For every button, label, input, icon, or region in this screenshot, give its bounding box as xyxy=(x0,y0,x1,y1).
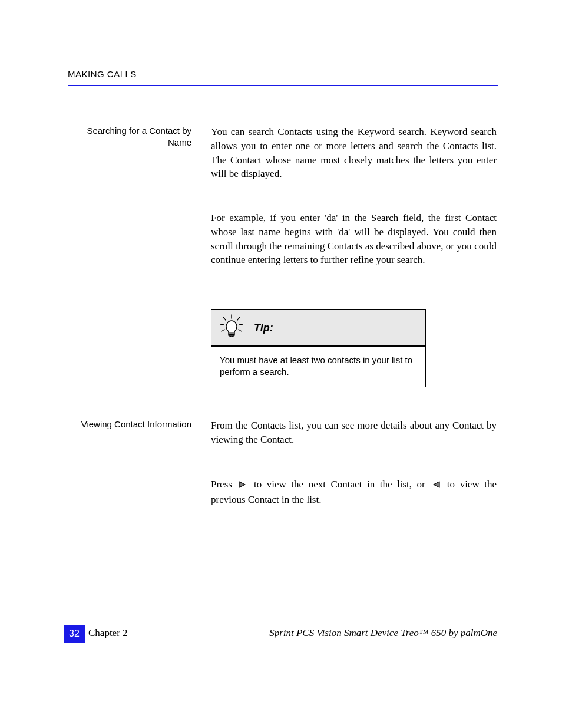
document-page: MAKING CALLS Searching for a Contact by … xyxy=(0,0,562,728)
body-paragraph-3: From the Contacts list, you can see more… xyxy=(211,419,497,447)
p4-text-prefix: Press xyxy=(211,479,237,490)
tip-title: Tip: xyxy=(254,322,273,334)
body-paragraph-4: Press to view the next Contact in the li… xyxy=(211,477,497,507)
svg-line-1 xyxy=(223,317,226,320)
p4-text-mid: to view the next Contact in the list, or xyxy=(249,479,430,490)
body-paragraph-1: You can search Contacts using the Keywor… xyxy=(211,125,497,181)
tip-body: You must have at least two contacts in y… xyxy=(211,347,425,387)
svg-line-6 xyxy=(239,330,242,331)
tip-header: Tip: xyxy=(211,310,425,347)
body-paragraph-2: For example, if you enter 'da' in the Se… xyxy=(211,211,497,267)
svg-line-3 xyxy=(220,324,224,325)
running-header: MAKING CALLS xyxy=(68,69,137,79)
margin-heading-2: Viewing Contact Information xyxy=(68,419,191,430)
footer-product: Sprint PCS Vision Smart Device Treo™ 650… xyxy=(269,627,497,639)
header-rule xyxy=(68,85,498,86)
right-arrow-icon xyxy=(238,479,247,493)
lightbulb-icon xyxy=(217,314,246,342)
page-number: 32 xyxy=(64,625,85,643)
svg-line-4 xyxy=(239,324,243,325)
left-arrow-icon xyxy=(431,479,441,493)
margin-heading-1: Searching for a Contact by Name xyxy=(68,125,191,149)
tip-callout: Tip: You must have at least two contacts… xyxy=(211,309,426,387)
svg-point-7 xyxy=(226,321,237,332)
svg-line-2 xyxy=(237,317,240,320)
footer-chapter: Chapter 2 xyxy=(88,627,128,639)
svg-line-5 xyxy=(222,330,224,331)
